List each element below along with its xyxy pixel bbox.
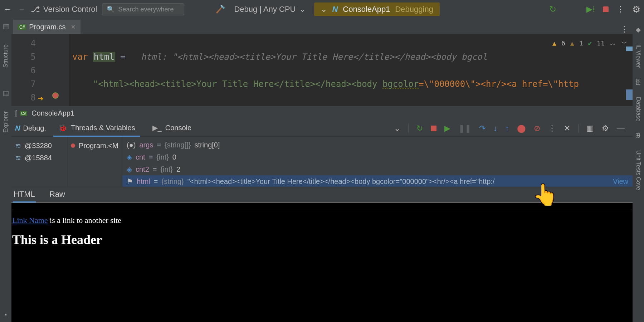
prev-highlight-icon[interactable]: ︿ [610, 36, 616, 50]
chevron-down-icon[interactable]: ⌄ [394, 124, 400, 133]
field-icon: ◈ [127, 165, 132, 174]
debug-session-name: ConsoleApp1 [31, 109, 74, 117]
folder-icon[interactable]: ▪ [5, 311, 7, 318]
var-row[interactable]: (●) args = {string[]} string[0] [127, 139, 628, 151]
il-viewer-icon[interactable]: ◆ [636, 26, 641, 34]
explorer-tool-label[interactable]: Explorer [3, 111, 9, 133]
threads-list[interactable]: ≋@33280 ≋@15884 [11, 137, 68, 187]
preview-tab-bar: HTML Raw [11, 187, 633, 203]
step-into-icon[interactable]: ↓ [493, 124, 497, 133]
inspection-widget[interactable]: ▲6 ▲1 ✔11 ︿ ﹀ [552, 36, 628, 50]
il-viewer-label[interactable]: IL Viewer [635, 44, 641, 68]
preview-tab-html[interactable]: HTML [13, 187, 36, 203]
more-icon[interactable]: ⋮ [616, 5, 624, 14]
build-config-label: Debug | Any CPU [234, 5, 296, 14]
frame-bp-icon [71, 143, 75, 148]
var-row[interactable]: ◈ cnt = {int} 0 [127, 151, 628, 163]
mute-breakpoints-icon[interactable]: ⊘ [534, 124, 540, 133]
structure-tool-label[interactable]: Structure [3, 44, 9, 68]
editor-tab-bar: C# Program.cs ✕ ⋮ [11, 19, 633, 34]
step-over-icon[interactable]: ↷ [479, 124, 486, 133]
debug-body: ≋@33280 ≋@15884 Program.<M (●) args = {s… [11, 137, 633, 187]
build-icon[interactable]: 🔨 [216, 5, 225, 14]
minimize-icon[interactable]: — [617, 124, 625, 133]
thread-icon: ≋ [15, 153, 21, 162]
run-status: Debugging [395, 5, 433, 14]
file-tab-program[interactable]: C# Program.cs ✕ [13, 20, 80, 34]
line-number: 5 [11, 50, 36, 64]
var-row-selected[interactable]: ⚑ html = {string} "<html><head><title>Yo… [122, 175, 633, 187]
chevron-down-icon: ⌄ [299, 5, 306, 14]
thread-icon: ≋ [15, 141, 21, 150]
editor-more-icon[interactable]: ⋮ [620, 25, 628, 34]
var-row[interactable]: ◈ cnt2 = {int} 2 [127, 163, 628, 175]
stop-icon[interactable] [431, 126, 436, 131]
debug-label: N Debug: [15, 124, 46, 132]
vcs-label: Version Control [43, 5, 97, 14]
chevron-down-icon: ⌄ [321, 5, 327, 14]
forward-icon[interactable]: → [18, 5, 26, 14]
stop-icon[interactable] [603, 6, 609, 12]
line-number: 8 [11, 91, 36, 104]
vcs-widget[interactable]: ⎇ Version Control [31, 5, 97, 14]
run-config-icon: ⌈ [15, 109, 18, 118]
unit-tests-icon[interactable]: ⛨ [635, 132, 641, 140]
tab-file-name: Program.cs [29, 23, 65, 31]
unit-tests-label[interactable]: Unit Tests Cove [635, 150, 641, 190]
view-breakpoints-icon[interactable]: ⬤ [517, 124, 526, 133]
preview-h1: This is a Header [12, 232, 632, 247]
warn-count: 6 [561, 36, 565, 50]
rerun-icon[interactable]: ↻ [416, 124, 423, 133]
close-icon[interactable]: ✕ [564, 124, 570, 133]
preview-hr [12, 209, 632, 209]
step-out-icon[interactable]: ↑ [505, 124, 509, 133]
check-count: 11 [597, 36, 605, 50]
csharp-badge-icon: C# [18, 24, 26, 30]
html-preview-panel: Link Name is a link to another site This… [11, 203, 633, 322]
line-number: 6 [11, 64, 36, 77]
pause-icon[interactable]: ❚❚ [458, 124, 471, 133]
rerun-icon[interactable]: ↻ [549, 4, 556, 14]
variables-list[interactable]: (●) args = {string[]} string[0] ◈ cnt = … [122, 137, 633, 187]
preview-link[interactable]: Link Name [12, 216, 48, 225]
search-placeholder: Search everywhere [118, 6, 174, 13]
weak-warn-count: 1 [579, 36, 583, 50]
explorer-tool-icon[interactable]: ▤ [3, 89, 9, 97]
left-tool-rail: ▤ Structure ▤ Explorer ▪ [0, 19, 11, 322]
search-everywhere[interactable]: 🔍 Search everywhere [102, 3, 184, 15]
nav-arrows: ← → [4, 5, 26, 14]
breakpoint-icon[interactable] [52, 92, 59, 99]
right-tool-rail: ◆ IL Viewer 🗄 Database ⛨ Unit Tests Cove [633, 19, 644, 322]
bug-icon: 🐞 [58, 123, 67, 132]
tab-threads-variables[interactable]: 🐞 Threads & Variables [53, 120, 140, 137]
param-icon: (●) [127, 141, 136, 149]
error-stripe[interactable] [626, 47, 633, 104]
tab-console[interactable]: ▶_ Console [147, 120, 197, 137]
close-icon[interactable]: ✕ [71, 24, 75, 30]
view-link[interactable]: View [613, 177, 628, 186]
thread-row[interactable]: ≋@33280 [15, 140, 64, 152]
weak-warning-icon: ▲ [570, 36, 574, 50]
structure-tool-icon[interactable]: ▤ [3, 22, 9, 30]
debug-play-icon[interactable]: ▶⁞ [586, 5, 595, 14]
build-config-select[interactable]: Debug | Any CPU ⌄ [230, 5, 309, 14]
code-editor[interactable]: 4 5 6 7 8 ➔ var html = html: "<html><hea… [11, 34, 633, 106]
terminal-icon: ▶_ [152, 123, 162, 132]
gear-icon[interactable]: ⚙ [602, 124, 609, 133]
database-icon[interactable]: 🗄 [635, 79, 641, 86]
frames-list[interactable]: Program.<M [68, 137, 122, 187]
warning-icon: ▲ [552, 36, 556, 50]
code-body[interactable]: var html = html: "<html><head><title>You… [69, 34, 633, 106]
thread-row[interactable]: ≋@15884 [15, 152, 64, 164]
field-icon: ◈ [127, 153, 132, 161]
resume-icon[interactable]: ▶ [444, 124, 450, 133]
back-icon[interactable]: ← [4, 5, 11, 14]
preview-tab-raw[interactable]: Raw [49, 187, 66, 203]
run-config-pill[interactable]: ⌄ N ConsoleApp1 Debugging [314, 3, 439, 16]
frame-row[interactable]: Program.<M [69, 140, 121, 152]
database-label[interactable]: Database [635, 97, 641, 122]
layout-icon[interactable]: ▥ [586, 124, 594, 133]
execution-point-icon: ➔ [38, 92, 44, 105]
more-icon[interactable]: ⋮ [548, 124, 556, 133]
settings-icon[interactable]: ⚙ [632, 4, 640, 15]
